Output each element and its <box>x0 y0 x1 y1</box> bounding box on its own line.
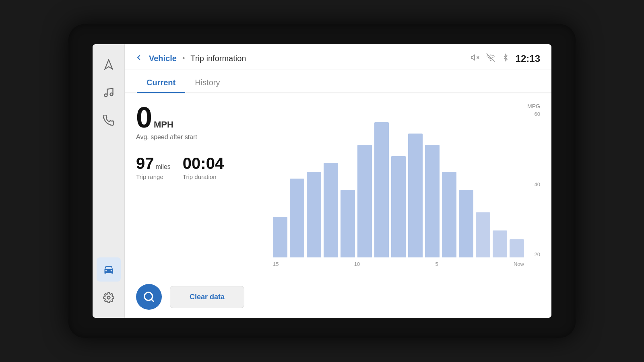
sound-icon <box>471 53 479 64</box>
chart-container: MPG 60 40 20 15 10 <box>273 103 540 269</box>
chart-bar <box>391 156 406 257</box>
header-right: 12:13 <box>471 53 540 64</box>
chart-bar <box>307 172 321 257</box>
chart-bar <box>442 172 456 257</box>
trip-range-label: Trip range <box>136 173 171 180</box>
y-tick-20: 20 <box>535 251 540 257</box>
clock-display: 12:13 <box>516 53 540 64</box>
sidebar-item-vehicle[interactable] <box>97 257 121 282</box>
metrics-row: 97miles Trip range 00:04 Trip duration <box>136 154 265 180</box>
chart-bar <box>290 179 304 257</box>
header: Vehicle • Trip information <box>125 44 551 70</box>
chart-bar <box>273 217 287 257</box>
y-axis: 60 40 20 <box>528 111 540 257</box>
x-axis: 15 10 5 Now <box>273 261 524 267</box>
svg-marker-0 <box>105 60 112 69</box>
footer: Clear data <box>125 279 551 318</box>
mpg-label: MPG <box>527 103 540 109</box>
sidebar-item-phone[interactable] <box>97 109 121 133</box>
svg-marker-4 <box>471 55 474 60</box>
trip-range-unit: miles <box>156 163 171 170</box>
chart-bar <box>324 163 338 257</box>
trip-duration-block: 00:04 Trip duration <box>183 154 224 180</box>
search-button[interactable] <box>136 284 162 310</box>
svg-point-8 <box>490 60 491 61</box>
wifi-icon <box>486 53 495 64</box>
breadcrumb-main: Vehicle <box>149 54 177 63</box>
chart-bar <box>476 212 490 257</box>
y-tick-60: 60 <box>535 111 540 117</box>
svg-line-10 <box>151 299 153 301</box>
speed-unit: MPH <box>154 119 173 130</box>
tab-current[interactable]: Current <box>137 73 185 93</box>
bluetooth-icon <box>502 53 509 64</box>
search-icon <box>143 291 155 303</box>
body-content: 0MPH Avg. speed after start 97miles Trip… <box>125 93 551 279</box>
speed-block: 0MPH Avg. speed after start <box>136 103 265 141</box>
speed-label: Avg. speed after start <box>136 134 265 141</box>
chart-bar <box>459 190 473 257</box>
back-button[interactable] <box>133 51 145 66</box>
tab-history[interactable]: History <box>185 73 229 93</box>
chart-bar <box>374 122 389 257</box>
clear-data-button[interactable]: Clear data <box>170 286 244 308</box>
y-tick-40: 40 <box>535 181 540 187</box>
chart-bar <box>425 145 440 257</box>
breadcrumb-separator: • <box>182 54 185 63</box>
speed-value: 0 <box>136 101 152 134</box>
chart-bar <box>357 145 372 257</box>
sidebar-item-navigation[interactable] <box>97 52 121 76</box>
sidebar <box>93 44 125 318</box>
tabs-container: Current History <box>125 73 551 93</box>
chart-bar <box>408 134 423 257</box>
stats-panel: 0MPH Avg. speed after start 97miles Trip… <box>136 103 265 269</box>
breadcrumb-sub: Trip information <box>190 54 246 63</box>
sidebar-item-music[interactable] <box>97 80 121 105</box>
svg-point-1 <box>104 94 107 97</box>
bars-area <box>273 111 524 257</box>
chart-bar <box>510 239 524 257</box>
sidebar-item-settings[interactable] <box>97 286 121 310</box>
svg-point-3 <box>107 296 110 299</box>
header-left: Vehicle • Trip information <box>133 51 246 66</box>
chart-area: MPG 60 40 20 15 10 <box>273 103 540 269</box>
chart-bar <box>341 190 355 257</box>
x-tick-now: Now <box>514 261 524 267</box>
svg-point-2 <box>110 93 113 96</box>
main-content: Vehicle • Trip information <box>125 44 551 318</box>
x-tick-10: 10 <box>354 261 360 267</box>
trip-duration-label: Trip duration <box>183 173 224 180</box>
device-frame: Vehicle • Trip information <box>68 24 576 338</box>
trip-range-value: 97 <box>136 154 154 172</box>
chart-bar <box>493 230 507 257</box>
x-tick-15: 15 <box>273 261 279 267</box>
x-tick-5: 5 <box>435 261 438 267</box>
trip-range-block: 97miles Trip range <box>136 154 171 180</box>
trip-duration-value: 00:04 <box>183 154 224 172</box>
screen: Vehicle • Trip information <box>93 44 551 318</box>
